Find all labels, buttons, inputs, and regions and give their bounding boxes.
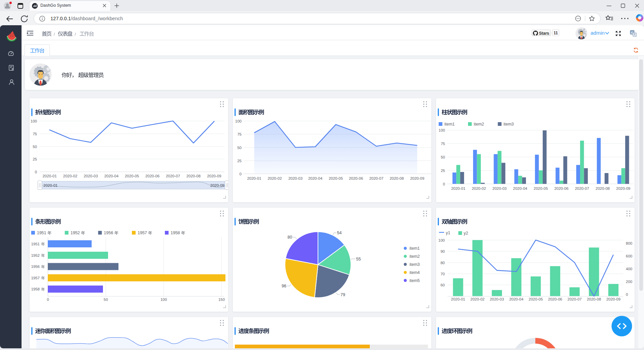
svg-text:item4: item4: [409, 270, 420, 275]
svg-text:1956: 1956: [31, 265, 40, 269]
svg-text:90: 90: [440, 249, 445, 253]
svg-text:2020-07: 2020-07: [369, 176, 383, 180]
svg-text:54: 54: [337, 231, 342, 235]
svg-text:100: 100: [438, 238, 445, 242]
svg-text:2020-09: 2020-09: [616, 186, 630, 190]
svg-text:1957: 1957: [31, 276, 40, 280]
svg-text:/: /: [75, 32, 76, 37]
svg-text:55: 55: [356, 257, 361, 261]
svg-text:25: 25: [237, 159, 242, 163]
svg-text:100: 100: [439, 128, 445, 132]
svg-text:2020-09: 2020-09: [410, 176, 424, 180]
svg-text:/: /: [54, 32, 55, 37]
svg-text:100: 100: [31, 119, 37, 123]
svg-text:600: 600: [626, 254, 632, 258]
svg-text:2020-03: 2020-03: [490, 297, 504, 301]
svg-text:800: 800: [626, 241, 632, 245]
svg-text:79: 79: [341, 292, 345, 297]
svg-text:1951: 1951: [31, 242, 40, 246]
svg-text:2020-06: 2020-06: [349, 176, 363, 180]
svg-text:2020-06: 2020-06: [554, 186, 568, 190]
svg-text:y2: y2: [464, 231, 468, 236]
svg-text:96: 96: [282, 284, 286, 288]
svg-text:2020-09: 2020-09: [210, 183, 224, 187]
svg-text:75: 75: [33, 132, 37, 136]
svg-text:2020-01: 2020-01: [451, 186, 465, 190]
svg-text:0: 0: [443, 182, 445, 186]
svg-text:2020-01: 2020-01: [247, 176, 261, 180]
svg-text:2020-01: 2020-01: [43, 183, 58, 187]
svg-text:75: 75: [237, 132, 242, 136]
svg-text:item3: item3: [409, 262, 420, 267]
svg-text:2020-06: 2020-06: [145, 174, 159, 178]
svg-text:2020-02: 2020-02: [63, 174, 77, 178]
svg-text:item2: item2: [474, 122, 484, 127]
svg-text:80: 80: [440, 261, 445, 265]
svg-text:2020-02: 2020-02: [267, 176, 282, 180]
svg-text:50: 50: [104, 298, 108, 302]
svg-text:2020-08: 2020-08: [587, 297, 601, 301]
svg-text:2020-02: 2020-02: [470, 297, 485, 301]
svg-text:50: 50: [33, 145, 37, 149]
svg-text:2020-05: 2020-05: [125, 174, 139, 178]
svg-text:1951: 1951: [37, 231, 46, 235]
svg-text:80: 80: [287, 235, 292, 240]
svg-text:2020-03: 2020-03: [492, 186, 506, 190]
svg-text:2020-05: 2020-05: [534, 186, 548, 190]
svg-text:2020-05: 2020-05: [329, 176, 343, 180]
svg-text:2020-08: 2020-08: [596, 186, 610, 190]
svg-text:y1: y1: [446, 231, 450, 235]
svg-text:50: 50: [441, 155, 445, 159]
svg-text:1956: 1956: [104, 231, 113, 235]
svg-text:2020-09: 2020-09: [606, 297, 620, 301]
svg-text:100: 100: [235, 119, 242, 123]
svg-text:1952: 1952: [71, 231, 80, 235]
svg-text:2020-03: 2020-03: [84, 174, 98, 178]
svg-text:1957: 1957: [138, 231, 147, 235]
svg-text:25: 25: [33, 157, 37, 161]
svg-text:60: 60: [440, 283, 445, 287]
svg-text:100: 100: [160, 298, 167, 302]
svg-text:2020-06: 2020-06: [548, 297, 562, 301]
svg-text:2020-08: 2020-08: [186, 174, 201, 178]
svg-text:2020-02: 2020-02: [472, 186, 486, 190]
svg-text:25: 25: [441, 169, 445, 173]
svg-text:150: 150: [218, 298, 225, 302]
svg-text:2020-04: 2020-04: [509, 297, 524, 301]
svg-text:item2: item2: [409, 254, 420, 259]
svg-text:item1: item1: [409, 246, 420, 251]
svg-text:0: 0: [240, 172, 242, 176]
svg-text:2020-04: 2020-04: [513, 186, 528, 190]
svg-text:2020-05: 2020-05: [529, 297, 543, 301]
svg-text:400: 400: [626, 267, 632, 271]
svg-text:1958: 1958: [171, 231, 180, 235]
svg-text:item3: item3: [504, 122, 514, 127]
svg-text:2020-04: 2020-04: [308, 176, 323, 180]
svg-text:70: 70: [440, 272, 445, 276]
svg-text:200: 200: [626, 280, 632, 284]
svg-text:75: 75: [441, 142, 445, 146]
svg-text:2020-07: 2020-07: [567, 297, 581, 301]
svg-text:2020-01: 2020-01: [451, 297, 465, 301]
svg-text:2020-01: 2020-01: [42, 174, 57, 178]
svg-text:2020-07: 2020-07: [166, 174, 180, 178]
svg-text:item1: item1: [444, 122, 455, 127]
svg-text:0: 0: [47, 298, 49, 302]
svg-text:2020-03: 2020-03: [288, 176, 302, 180]
svg-text:2020-07: 2020-07: [575, 186, 589, 190]
svg-text:item5: item5: [409, 278, 420, 283]
svg-text:0: 0: [626, 292, 628, 296]
svg-text:2020-04: 2020-04: [104, 174, 119, 178]
svg-text:0: 0: [35, 170, 37, 174]
svg-text:50: 50: [237, 146, 242, 150]
svg-text:1952: 1952: [31, 253, 40, 257]
svg-text:2020-09: 2020-09: [207, 174, 221, 178]
svg-text:2020-08: 2020-08: [390, 176, 404, 180]
svg-text:1958: 1958: [31, 287, 40, 291]
